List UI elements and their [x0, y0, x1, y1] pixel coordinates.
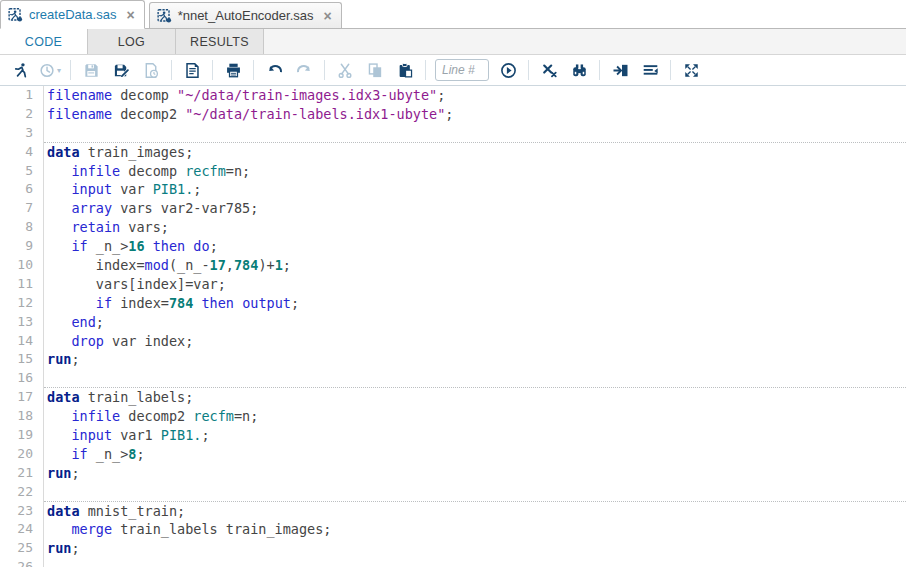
- close-tab-icon[interactable]: ×: [324, 9, 332, 23]
- code-line-text: end;: [44, 313, 906, 332]
- sas-program-icon: [157, 8, 172, 23]
- code-line-text: [44, 369, 906, 388]
- code-line[interactable]: 19 input var1 PIB1.;: [0, 426, 906, 445]
- code-token: ;: [283, 257, 291, 273]
- code-line[interactable]: 23data mnist_train;: [0, 502, 906, 521]
- close-tab-icon[interactable]: ×: [126, 8, 134, 22]
- toolbar-separator: [212, 60, 213, 80]
- maximize-view-button[interactable]: [677, 57, 705, 83]
- code-line[interactable]: 20 if _n_>8;: [0, 445, 906, 464]
- code-token: ;: [437, 87, 445, 103]
- code-line-text: run;: [44, 464, 906, 483]
- code-line[interactable]: 21run;: [0, 464, 906, 483]
- line-number: 2: [0, 105, 44, 124]
- cut-button: [331, 57, 359, 83]
- toolbar-separator: [171, 60, 172, 80]
- code-line[interactable]: 5 infile decomp recfm=n;: [0, 162, 906, 181]
- edit-source-button[interactable]: [178, 57, 206, 83]
- code-token: data: [47, 389, 80, 405]
- code-token: [47, 314, 71, 330]
- code-line[interactable]: 12 if index=784 then output;: [0, 294, 906, 313]
- code-line[interactable]: 22: [0, 483, 906, 502]
- code-token: merge: [71, 521, 112, 537]
- line-number: 5: [0, 162, 44, 181]
- save-as-button[interactable]: [107, 57, 135, 83]
- code-line[interactable]: 13 end;: [0, 313, 906, 332]
- run-button[interactable]: [6, 57, 34, 83]
- code-token: 1: [275, 257, 283, 273]
- save-icon: [83, 62, 100, 79]
- code-token: =n;: [226, 163, 250, 179]
- document-tab-label: *nnet_AutoEncoder.sas: [178, 8, 314, 23]
- code-line[interactable]: 18 infile decomp2 recfm=n;: [0, 407, 906, 426]
- code-token: )+: [258, 257, 274, 273]
- code-line-text: filename decomp2 "~/data/train-labels.id…: [44, 105, 906, 124]
- code-line[interactable]: 17data train_labels;: [0, 388, 906, 407]
- print-button[interactable]: [219, 57, 247, 83]
- code-line[interactable]: 8 retain vars;: [0, 218, 906, 237]
- find-replace-button[interactable]: [565, 57, 593, 83]
- code-token: if: [71, 446, 87, 462]
- line-number: 18: [0, 407, 44, 426]
- goto-line-button[interactable]: [494, 57, 522, 83]
- code-line[interactable]: 26: [0, 558, 906, 567]
- line-number: 14: [0, 332, 44, 351]
- tab-code[interactable]: CODE: [0, 29, 88, 54]
- code-token: drop: [71, 333, 104, 349]
- doc-lines-icon: [184, 62, 201, 79]
- code-line[interactable]: 7 array vars var2-var785;: [0, 199, 906, 218]
- code-line[interactable]: 11 vars[index]=var;: [0, 275, 906, 294]
- code-token: [47, 200, 71, 216]
- line-number: 12: [0, 294, 44, 313]
- toolbar-separator: [70, 60, 71, 80]
- code-token: index=: [47, 257, 145, 273]
- code-line[interactable]: 1filename decomp "~/data/train-images.id…: [0, 86, 906, 105]
- code-line[interactable]: 4data train_images;: [0, 143, 906, 162]
- code-token: [47, 408, 71, 424]
- code-token: input: [71, 181, 112, 197]
- code-editor[interactable]: 1filename decomp "~/data/train-images.id…: [0, 86, 906, 567]
- paste-button[interactable]: [391, 57, 419, 83]
- code-line[interactable]: 6 input var PIB1.;: [0, 180, 906, 199]
- format-code-button[interactable]: [606, 57, 634, 83]
- code-token: if: [71, 238, 87, 254]
- undo-button[interactable]: [260, 57, 288, 83]
- code-token: ;: [210, 238, 218, 254]
- code-line[interactable]: 15run;: [0, 350, 906, 369]
- document-tab-2[interactable]: *nnet_AutoEncoder.sas×: [149, 2, 342, 28]
- goto-line-input[interactable]: [435, 59, 489, 81]
- code-line-text: [44, 124, 906, 143]
- code-line[interactable]: 14 drop var index;: [0, 332, 906, 351]
- code-token: [47, 446, 71, 462]
- code-line[interactable]: 10 index=mod(_n_-17,784)+1;: [0, 256, 906, 275]
- code-line[interactable]: 3: [0, 124, 906, 143]
- code-line-text: if _n_>16 then do;: [44, 237, 906, 256]
- toolbar-separator: [528, 60, 529, 80]
- code-token: array: [71, 200, 112, 216]
- line-number: 17: [0, 388, 44, 407]
- clear-code-button[interactable]: [535, 57, 563, 83]
- code-line-text: infile decomp recfm=n;: [44, 162, 906, 181]
- tab-log[interactable]: LOG: [88, 29, 176, 54]
- code-token: data: [47, 503, 80, 519]
- code-token: ;: [71, 540, 79, 556]
- save-as-icon: [113, 62, 130, 79]
- code-token: train_labels train_images;: [112, 521, 331, 537]
- code-token: ;: [71, 351, 79, 367]
- save-button: [77, 57, 105, 83]
- code-line[interactable]: 16: [0, 369, 906, 388]
- format-options-button[interactable]: [636, 57, 664, 83]
- program-summary-button: [137, 57, 165, 83]
- code-line[interactable]: 9 if _n_>16 then do;: [0, 237, 906, 256]
- line-number: 15: [0, 350, 44, 369]
- code-token: 16: [128, 238, 144, 254]
- code-token: output: [242, 295, 291, 311]
- tab-results[interactable]: RESULTS: [176, 29, 264, 54]
- code-line[interactable]: 25run;: [0, 539, 906, 558]
- code-line-text: filename decomp "~/data/train-images.idx…: [44, 86, 906, 105]
- code-line[interactable]: 2filename decomp2 "~/data/train-labels.i…: [0, 105, 906, 124]
- document-tab-label: createData.sas: [29, 7, 116, 22]
- code-line[interactable]: 24 merge train_labels train_images;: [0, 520, 906, 539]
- code-token: do: [193, 238, 209, 254]
- document-tab-1[interactable]: createData.sas×: [0, 0, 145, 29]
